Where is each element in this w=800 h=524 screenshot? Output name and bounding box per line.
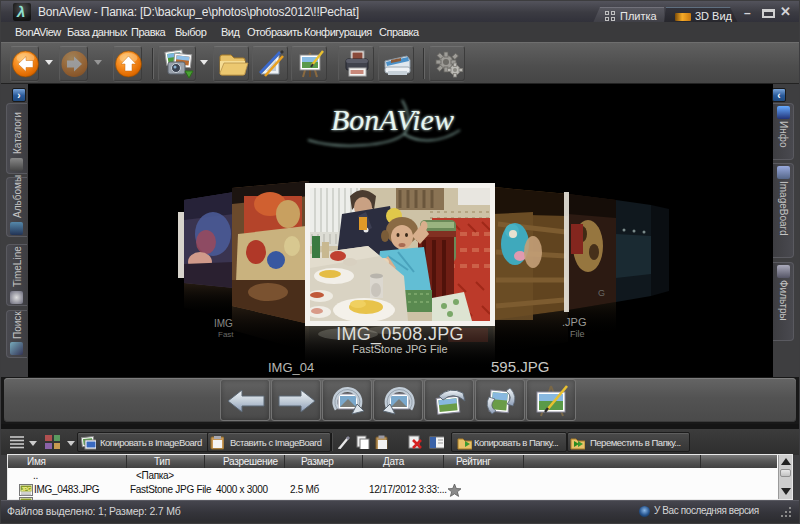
svg-text:595.JPG: 595.JPG [491, 358, 549, 375]
svg-text:FastStone JPG File: FastStone JPG File [352, 343, 447, 355]
svg-text:JPG: JPG [21, 486, 31, 492]
svg-text:G: G [598, 288, 605, 298]
svg-text:Fast: Fast [218, 330, 234, 339]
svg-text:IMG: IMG [214, 318, 233, 329]
svg-text:IMG_04: IMG_04 [268, 360, 314, 375]
svg-text:IMG_0508.JPG: IMG_0508.JPG [336, 324, 464, 345]
svg-text:File: File [570, 329, 585, 339]
svg-text:.JPG: .JPG [562, 316, 586, 328]
svg-text:BonAView: BonAView [331, 103, 454, 136]
